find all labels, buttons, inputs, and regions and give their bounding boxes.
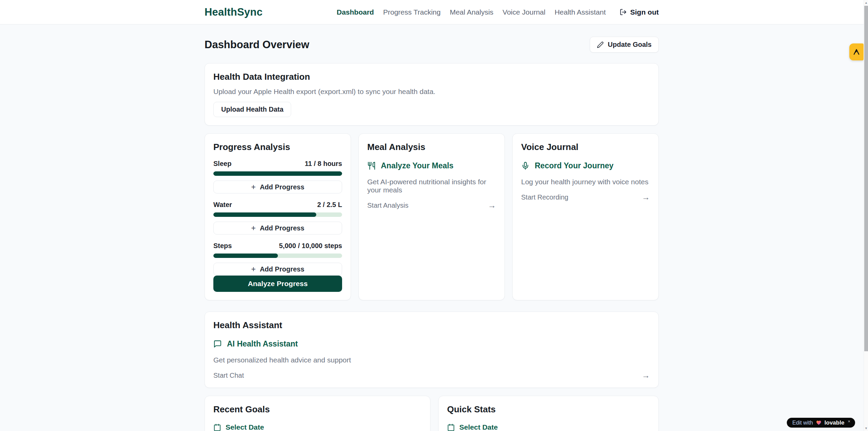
metric-label: Water — [213, 201, 232, 209]
metric-value: 11 / 8 hours — [305, 160, 342, 168]
analyze-your-meals-link[interactable]: Analyze Your Meals — [367, 161, 496, 170]
lovable-label: lovable — [825, 419, 845, 426]
scrollbar-thumb[interactable] — [864, 6, 868, 351]
nav-item-dashboard[interactable]: Dashboard — [337, 8, 374, 16]
main-nav: Dashboard Progress Tracking Meal Analysi… — [337, 8, 659, 16]
vertical-scrollbar[interactable]: ▲ ▼ — [864, 0, 868, 431]
health-assistant-card: Health Assistant AI Health Assistant Get… — [205, 312, 659, 388]
lovable-widget-icon — [852, 48, 861, 56]
app-logo[interactable]: HealthSync — [205, 6, 263, 18]
calendar-icon — [213, 424, 221, 431]
quick-stats-select-date[interactable]: Select Date — [447, 423, 650, 431]
quick-stats-card: Quick Stats Select Date Today Yesterday … — [438, 396, 659, 431]
metric-value: 2 / 2.5 L — [317, 201, 342, 209]
metric-value: 5,000 / 10,000 steps — [279, 242, 342, 250]
progress-bar-sleep — [213, 171, 342, 176]
integration-description: Upload your Apple Health export (export.… — [213, 88, 650, 96]
calendar-icon — [447, 424, 455, 431]
metric-label: Steps — [213, 242, 232, 250]
meal-analysis-card: Meal Analysis Analyze Your Meals Get AI-… — [358, 133, 505, 300]
start-chat-action[interactable]: Start Chat → — [213, 371, 650, 379]
start-analysis-action[interactable]: Start Analysis → — [367, 201, 496, 209]
sign-out-button[interactable]: Sign out — [620, 8, 659, 16]
metric-water: Water 2 / 2.5 L + Add Progress — [213, 201, 342, 235]
quick-stats-title: Quick Stats — [447, 404, 650, 415]
nav-item-health-assistant[interactable]: Health Assistant — [554, 8, 606, 16]
start-recording-action[interactable]: Start Recording → — [521, 193, 650, 201]
add-progress-button-water[interactable]: + Add Progress — [213, 222, 342, 235]
edit-with-label: Edit with — [792, 420, 813, 426]
plus-icon: + — [251, 265, 255, 273]
sign-out-label: Sign out — [630, 8, 659, 16]
microphone-icon — [521, 162, 530, 170]
utensils-icon — [367, 162, 376, 170]
meal-analysis-title: Meal Analysis — [367, 142, 496, 152]
health-assistant-description: Get personalized health advice and suppo… — [213, 356, 650, 364]
health-data-integration-card: Health Data Integration Upload your Appl… — [205, 63, 659, 126]
page-title: Dashboard Overview — [205, 39, 309, 51]
update-goals-button[interactable]: Update Goals — [590, 37, 659, 53]
progress-analysis-title: Progress Analysis — [213, 142, 342, 152]
nav-item-voice-journal[interactable]: Voice Journal — [502, 8, 545, 16]
pencil-icon — [597, 41, 604, 48]
health-assistant-title: Health Assistant — [213, 320, 650, 331]
update-goals-label: Update Goals — [608, 41, 652, 49]
voice-journal-card: Voice Journal Record Your Journey Log yo… — [512, 133, 659, 300]
recent-goals-title: Recent Goals — [213, 404, 422, 415]
plus-icon: + — [251, 183, 255, 191]
metric-sleep: Sleep 11 / 8 hours + Add Progress — [213, 160, 342, 193]
recent-goals-card: Recent Goals Select Date Today Yesterday… — [205, 396, 430, 431]
lovable-heart-icon — [816, 420, 822, 426]
arrow-right-icon: → — [488, 201, 496, 209]
voice-journal-title: Voice Journal — [521, 142, 650, 152]
progress-bar-steps — [213, 254, 342, 258]
edit-with-lovable-badge[interactable]: Edit with lovable × — [787, 418, 855, 428]
analyze-progress-button[interactable]: Analyze Progress — [213, 276, 342, 292]
chat-bubble-icon — [213, 340, 222, 348]
metric-label: Sleep — [213, 160, 231, 168]
plus-icon: + — [251, 224, 255, 232]
scrollbar-up-arrow[interactable]: ▲ — [864, 0, 868, 5]
floating-widget-button[interactable] — [849, 43, 864, 60]
ai-health-assistant-link[interactable]: AI Health Assistant — [213, 339, 650, 349]
recent-goals-select-date[interactable]: Select Date — [213, 423, 422, 431]
arrow-right-icon: → — [642, 371, 650, 379]
metric-steps: Steps 5,000 / 10,000 steps + Add Progres… — [213, 242, 342, 276]
arrow-right-icon: → — [642, 193, 650, 201]
record-your-journey-link[interactable]: Record Your Journey — [521, 161, 650, 170]
nav-item-meal-analysis[interactable]: Meal Analysis — [450, 8, 493, 16]
add-progress-button-sleep[interactable]: + Add Progress — [213, 181, 342, 193]
badge-close-icon[interactable]: × — [848, 419, 850, 424]
scrollbar-down-arrow[interactable]: ▼ — [864, 426, 868, 431]
nav-item-progress-tracking[interactable]: Progress Tracking — [383, 8, 441, 16]
progress-analysis-card: Progress Analysis Sleep 11 / 8 hours + A… — [205, 133, 351, 300]
meal-analysis-description: Get AI-powered nutritional insights for … — [367, 178, 496, 194]
top-navigation-bar: HealthSync Dashboard Progress Tracking M… — [0, 0, 864, 24]
sign-out-icon — [620, 8, 627, 16]
progress-bar-water — [213, 212, 342, 217]
voice-journal-description: Log your health journey with voice notes — [521, 178, 650, 186]
upload-health-data-button[interactable]: Upload Health Data — [213, 102, 291, 117]
add-progress-button-steps[interactable]: + Add Progress — [213, 263, 342, 276]
integration-title: Health Data Integration — [213, 72, 650, 82]
